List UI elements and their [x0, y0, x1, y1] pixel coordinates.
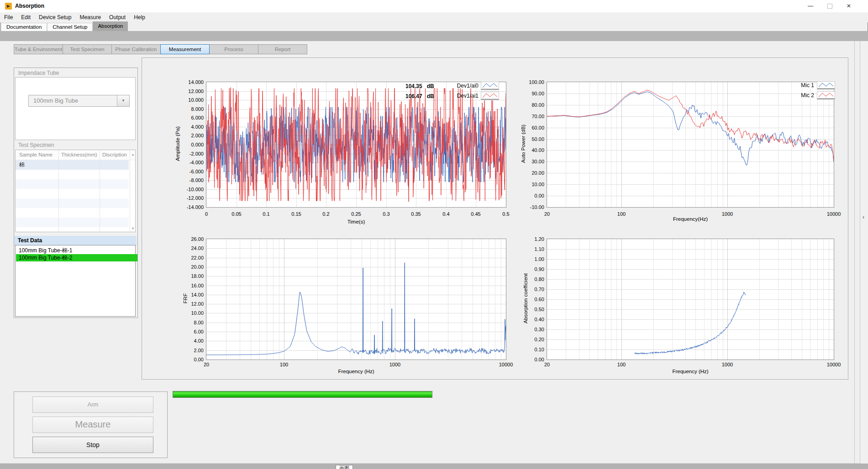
menu-device-setup[interactable]: Device Setup: [35, 12, 75, 22]
x-tick-label: 0.3: [373, 211, 400, 217]
column-divider: [100, 150, 100, 232]
x-tick-label: 1000: [381, 362, 409, 367]
y-axis-label: FRF: [183, 262, 188, 335]
legend-plot-sample[interactable]: [817, 91, 835, 100]
y-tick-label: -12.000: [180, 195, 204, 201]
sidebar-panel: Impendace Tube 100mm Big Tube ▼ Test Spe…: [14, 68, 138, 318]
collapse-arrow-icon[interactable]: ‹: [863, 214, 864, 220]
y-tick-label: 0.000: [180, 142, 204, 147]
table-row[interactable]: [16, 198, 129, 208]
y-tick-label: 14.000: [180, 79, 204, 85]
y-tick-label: 22.00: [180, 255, 204, 261]
table-row[interactable]: 棉: [16, 160, 129, 170]
test-specimen-table[interactable]: Sample NameThickness(mm)Discription▴棉▾: [15, 150, 136, 232]
subtab-test-specimen[interactable]: Test Specimen: [63, 44, 112, 54]
tab-absorption[interactable]: Absorption: [93, 21, 128, 31]
menu-file[interactable]: File: [0, 12, 17, 22]
cursor-db-readout: 104.35dB: [405, 83, 434, 89]
table-row[interactable]: [16, 179, 129, 189]
right-divider: [854, 41, 855, 464]
x-axis-label: Time(s): [329, 219, 384, 224]
x-tick-label: 20: [193, 362, 220, 367]
y-tick-label: -6.000: [180, 169, 204, 174]
x-tick-label: 100: [608, 211, 635, 217]
test-data-header-label: Test Data: [18, 237, 42, 244]
test-data-item[interactable]: 100mm Big Tube-棉-1: [16, 247, 137, 254]
x-tick-label: 1000: [714, 362, 741, 367]
app-window: ▶ Absorption — ✕ FileEditDevice SetupMea…: [0, 0, 868, 469]
maximize-button[interactable]: [820, 0, 839, 12]
column-header: Thickness(mm): [61, 150, 97, 160]
subtab-tube-environment[interactable]: Tube & Environment: [14, 44, 63, 54]
right-strip: [860, 41, 868, 464]
menu-edit[interactable]: Edit: [17, 12, 35, 22]
test-data-list[interactable]: 100mm Big Tube-棉-1100mm Big Tube-棉-2: [15, 245, 136, 317]
legend-plot-sample[interactable]: [481, 92, 499, 100]
bottom-tab[interactable]: 画图: [336, 465, 353, 469]
subtab-measurement[interactable]: Measurement: [160, 44, 210, 54]
scroll-down-icon[interactable]: ▾: [132, 226, 134, 230]
x-tick-label: 100: [270, 362, 298, 367]
subtab-report[interactable]: Report: [258, 44, 307, 54]
right-divider-2: [860, 41, 860, 464]
y-tick-label: -10.00: [521, 204, 544, 210]
subtab-phase-calibration[interactable]: Phase Calibration: [111, 44, 161, 54]
impedance-tube-dropdown[interactable]: 100mm Big Tube ▼: [28, 95, 130, 107]
y-tick-label: -10.000: [180, 187, 204, 192]
x-tick-label: 20: [533, 211, 561, 217]
chevron-down-icon[interactable]: ▼: [117, 95, 129, 106]
y-tick-label: 10.000: [180, 97, 204, 103]
y-tick-label: -2.000: [180, 151, 204, 156]
column-header: Discription: [102, 150, 127, 160]
x-tick-label: 0.4: [432, 211, 460, 217]
impedance-tube-header: Impendace Tube: [18, 69, 59, 77]
x-axis-label: Frequency (Hz): [329, 369, 384, 374]
tab-page-band: [0, 31, 868, 41]
test-specimen-header: Test Specimen: [18, 141, 54, 149]
legend-plot-sample[interactable]: [481, 82, 499, 90]
x-tick-label: 10000: [492, 362, 520, 367]
minimize-button[interactable]: —: [801, 0, 820, 12]
arm-button[interactable]: Arm: [32, 396, 153, 413]
y-tick-label: 2.00: [180, 348, 204, 353]
menu-measure[interactable]: Measure: [75, 12, 105, 22]
table-row[interactable]: [16, 170, 129, 179]
tab-channel-setup[interactable]: Channel Setup: [47, 23, 93, 31]
subtab-bar: Tube & EnvironmentTest SpecimenPhase Cal…: [14, 44, 307, 54]
y-tick-label: 4.00: [180, 338, 204, 344]
db-unit: dB: [427, 93, 434, 99]
test-data-header: Test Data: [14, 236, 137, 245]
menu-output[interactable]: Output: [105, 12, 130, 22]
y-tick-label: 100.00: [521, 79, 544, 85]
tab-documentation[interactable]: Documentation: [1, 23, 47, 31]
progress-fill: [173, 391, 432, 397]
scroll-up-icon[interactable]: ▴: [132, 152, 134, 156]
y-tick-label: 0.20: [521, 337, 544, 342]
y-tick-label: -14.000: [180, 204, 204, 210]
table-row[interactable]: [16, 218, 129, 227]
window-title: Absorption: [15, 0, 44, 12]
y-tick-label: 12.000: [180, 89, 204, 94]
table-row[interactable]: [16, 189, 129, 198]
close-button[interactable]: ✕: [839, 0, 858, 12]
x-tick-label: 1000: [714, 211, 741, 217]
x-tick-label: 0.2: [312, 211, 340, 217]
x-tick-label: 10000: [820, 362, 847, 367]
legend-plot-sample[interactable]: [817, 81, 835, 90]
y-tick-label: 6.000: [180, 115, 204, 120]
measure-button[interactable]: Measure: [32, 417, 153, 433]
table-row[interactable]: [16, 208, 129, 218]
maximize-icon: [827, 4, 832, 9]
test-data-item[interactable]: 100mm Big Tube-棉-2: [16, 254, 137, 261]
y-axis-label: Amplitude (Pa): [175, 107, 180, 180]
x-tick-label: 0.5: [492, 211, 520, 217]
y-tick-label: 10.00: [521, 182, 544, 187]
stop-button[interactable]: Stop: [32, 437, 153, 453]
x-tick-label: 0.15: [283, 211, 310, 217]
y-tick-label: 0.00: [521, 193, 544, 198]
subtab-process[interactable]: Process: [209, 44, 258, 54]
menu-help[interactable]: Help: [130, 12, 149, 22]
control-panel: Arm Measure Stop: [14, 391, 168, 458]
y-tick-label: 4.000: [180, 124, 204, 130]
y-tick-label: 0.10: [521, 347, 544, 352]
